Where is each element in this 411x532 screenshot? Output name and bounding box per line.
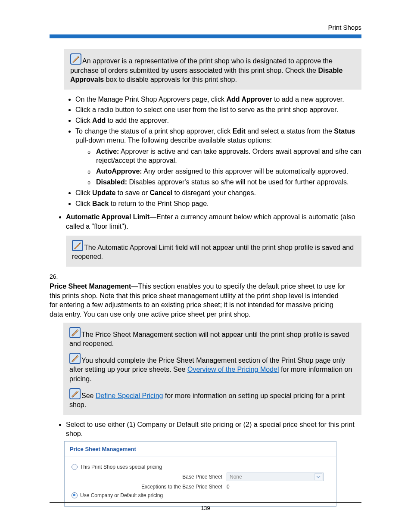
option-label: Use Company or Default site pricing — [80, 492, 163, 498]
radio-icon — [72, 464, 78, 470]
text: See — [81, 392, 96, 399]
price-sheet-management-panel: Price Sheet Management This Print Shop u… — [64, 441, 336, 507]
bold-text: Back — [92, 200, 109, 207]
bold-text: Active: — [96, 148, 119, 155]
bullet-radio-select: Click a radio button to select one user … — [75, 105, 361, 115]
text: and select a status from the — [246, 128, 334, 135]
page-header-title: Print Shops — [50, 24, 361, 31]
note-approver: An approver is a representative of the p… — [64, 49, 361, 90]
text: Click — [75, 189, 92, 196]
outer-bullets-2: Select to use either (1) Company or Defa… — [50, 420, 361, 439]
option-special-pricing[interactable]: This Print Shop uses special pricing — [72, 464, 329, 470]
bullet-automatic-approval-limit: Automatic Approval Limit—Enter a currenc… — [66, 212, 361, 266]
base-price-sheet-select[interactable]: None — [227, 473, 324, 481]
text: Any order assigned to this approver will… — [142, 168, 348, 175]
link-define-special-pricing[interactable]: Define Special Pricing — [96, 392, 163, 399]
bold-text: Price Sheet Management — [50, 283, 131, 290]
bullet-add-approver: On the Manage Print Shop Approvers page,… — [75, 95, 361, 104]
status-autoapprove: AutoApprove: Any order assigned to this … — [87, 167, 361, 176]
bold-text: Update — [92, 189, 115, 196]
text: Click — [75, 200, 92, 207]
bold-text: Add Approver — [226, 96, 272, 103]
panel-body: This Print Shop uses special pricing Bas… — [65, 457, 336, 506]
note-aal-text: The Automatic Approval Limit field will … — [72, 244, 354, 261]
text: pull-down menu. The following describe a… — [75, 137, 272, 144]
link-overview-pricing-model[interactable]: Overview of the Pricing Model — [187, 366, 279, 373]
text: To change the status of a print shop app… — [75, 128, 233, 135]
price-sheet-notes-block: The Price Sheet Management section will … — [63, 323, 361, 415]
text: Click — [75, 117, 92, 124]
header-accent-bar — [50, 34, 361, 38]
note-approver-text-2: box to disable approvals for this print … — [104, 76, 237, 83]
pencil-note-icon — [69, 327, 81, 338]
text: Approver is active and can take approval… — [96, 148, 361, 165]
text: Disables approver's status so s/he will … — [127, 178, 349, 186]
bold-text: Disabled: — [96, 178, 127, 186]
note-psm-saved: The Price Sheet Management section will … — [63, 323, 361, 415]
field-label: Exceptions to the Base Price Sheet — [72, 484, 227, 490]
status-options-list: Active: Approver is active and can take … — [75, 147, 361, 187]
note-aal: The Automatic Approval Limit field will … — [66, 236, 361, 267]
item-body: Price Sheet Management—This section enab… — [50, 282, 348, 319]
text: to return to the Print Shop page. — [109, 200, 209, 207]
bold-text: Status — [334, 128, 355, 135]
bullet-change-status: To change the status of a print shop app… — [75, 127, 361, 187]
text: On the Manage Print Shop Approvers page,… — [75, 96, 226, 103]
text: to disregard your changes. — [172, 189, 256, 196]
field-base-price-sheet: Base Price Sheet None — [72, 473, 329, 481]
pencil-note-icon — [72, 240, 83, 251]
page-number: 139 — [0, 505, 411, 511]
chevron-down-icon — [314, 473, 322, 480]
bold-text: Cancel — [150, 189, 172, 196]
field-label: Base Price Sheet — [72, 474, 227, 480]
pencil-note-icon — [69, 388, 81, 399]
bold-text: AutoApprove: — [96, 168, 142, 175]
text: to save or — [115, 189, 149, 196]
bold-text: Add — [92, 117, 106, 124]
text: to add a new approver. — [272, 96, 344, 103]
select-value: None — [230, 474, 242, 480]
note-psm-saved-text: The Price Sheet Management section will … — [69, 331, 349, 348]
bold-text: Automatic Approval Limit — [66, 213, 149, 221]
status-active: Active: Approver is active and can take … — [87, 147, 361, 165]
radio-icon — [72, 492, 78, 498]
outer-bullets-1: Automatic Approval Limit—Enter a currenc… — [50, 212, 361, 266]
bullet-select-pricing: Select to use either (1) Company or Defa… — [66, 420, 361, 439]
panel-title: Price Sheet Management — [65, 442, 336, 457]
bold-text: Edit — [233, 128, 246, 135]
footer-divider — [50, 502, 361, 503]
item-number: 26. — [50, 273, 62, 281]
bullet-click-add: Click Add to add the approver. — [75, 116, 361, 125]
option-company-default-pricing[interactable]: Use Company or Default site pricing — [72, 492, 329, 498]
pencil-note-icon — [70, 53, 81, 65]
pencil-note-icon — [69, 353, 81, 364]
bullet-update-cancel: Click Update to save or Cancel to disreg… — [75, 188, 361, 198]
text: to add the approver. — [106, 117, 169, 124]
document-page: Print Shops An approver is a representat… — [0, 0, 411, 532]
field-exceptions: Exceptions to the Base Price Sheet 0 — [72, 484, 329, 490]
bullet-back: Click Back to return to the Print Shop p… — [75, 199, 361, 208]
option-label: This Print Shop uses special pricing — [80, 464, 162, 470]
field-value: 0 — [227, 484, 244, 490]
note-approver-text-1: An approver is a representative of the p… — [70, 57, 333, 74]
status-disabled: Disabled: Disables approver's status so … — [87, 177, 361, 187]
numbered-item-26: 26. Price Sheet Management—This section … — [50, 273, 361, 319]
approver-bullets: On the Manage Print Shop Approvers page,… — [50, 95, 361, 208]
